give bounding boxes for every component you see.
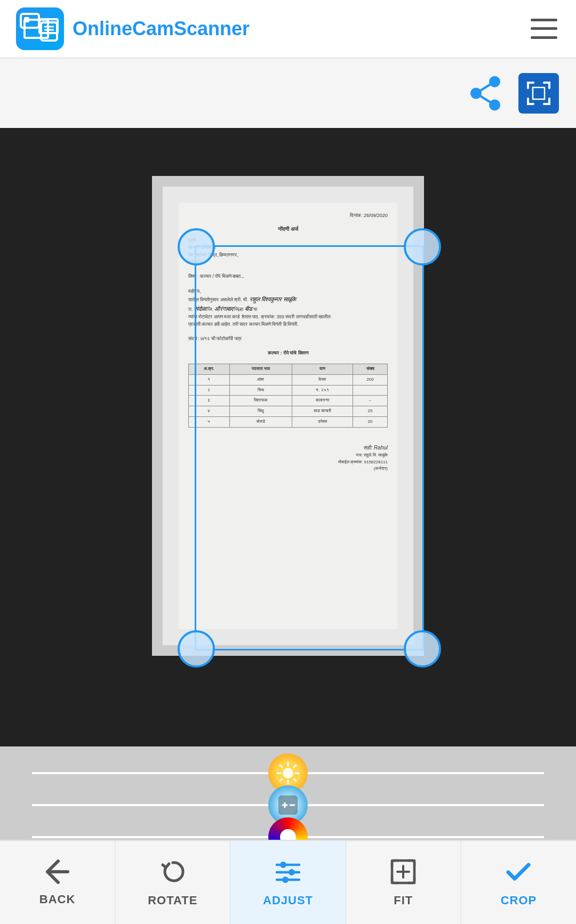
adjust-icon-svg [274,857,302,886]
crop-handle-bottom-right[interactable] [404,630,441,668]
app-header: OnlineCamScanner [0,0,576,59]
hamburger-line-2 [531,27,557,30]
svg-rect-1 [24,17,29,22]
svg-point-27 [280,862,286,868]
sun-icon-svg [276,761,300,785]
svg-rect-2 [41,22,57,41]
fit-icon-svg [389,857,418,886]
fullscreen-icon [518,73,559,114]
canvas-area: दिनांक: 26/09/2020 नोंदणी अर्ज प्रति, प्… [0,128,576,746]
brightness-slider-row [0,757,576,789]
nav-fit[interactable]: FIT [346,841,461,924]
svg-point-31 [282,877,289,883]
svg-line-17 [280,765,282,767]
brightness-slider-track[interactable] [32,772,544,774]
crop-handle-bottom-left[interactable] [178,630,215,668]
nav-adjust[interactable]: ADJUST [230,841,346,924]
share-button[interactable] [464,72,507,115]
crop-check-icon-svg [504,857,533,886]
doc-salutation: प्रति, [188,237,388,245]
fullscreen-button[interactable] [517,72,560,115]
nav-rotate[interactable]: ROTATE [115,841,230,924]
exposure-icon-svg [276,793,300,817]
nav-fit-label: FIT [394,894,413,907]
svg-line-10 [476,93,495,105]
svg-line-19 [294,765,296,767]
svg-line-18 [294,779,296,781]
nav-crop[interactable]: CROP [461,841,576,924]
rotate-icon-svg [158,857,187,886]
menu-button[interactable] [528,15,560,42]
nav-back[interactable]: BACK [0,841,115,924]
nav-crop-label: CROP [501,894,537,907]
doc-title: नोंदणी अर्ज [188,225,388,233]
adjust-icon [274,857,302,889]
logo-area: OnlineCamScanner [16,7,250,50]
doc-date: दिनांक: 26/09/2020 [188,212,388,220]
back-icon-svg [43,858,72,885]
svg-point-12 [283,768,293,778]
rotate-icon [158,857,187,889]
svg-line-20 [280,779,282,781]
svg-rect-0 [21,14,39,28]
bottom-navigation: BACK ROTATE ADJUST [0,840,576,924]
hamburger-line-3 [531,36,557,39]
nav-rotate-label: ROTATE [148,894,197,907]
logo-svg [19,10,61,48]
back-arrow-icon [43,858,72,888]
fullscreen-svg [525,80,552,107]
app-logo-icon [16,7,64,50]
color-slider-track[interactable] [32,836,544,838]
svg-line-9 [476,82,495,93]
crop-overlay[interactable] [195,245,424,650]
toolbar [0,59,576,128]
exposure-slider-row [0,789,576,821]
nav-back-label: BACK [39,893,76,906]
share-icon [467,75,504,112]
document-paper: दिनांक: 26/09/2020 नोंदणी अर्ज प्रति, प्… [163,187,413,645]
svg-rect-11 [533,87,545,99]
crop-handle-top-left[interactable] [178,228,215,266]
crop-check-icon [504,857,533,889]
crop-handle-top-right[interactable] [404,228,441,266]
nav-adjust-label: ADJUST [263,894,313,907]
svg-point-29 [289,869,295,875]
hamburger-line-1 [531,19,557,21]
fit-icon [389,857,418,889]
exposure-slider-track[interactable] [32,804,544,806]
app-name: OnlineCamScanner [73,18,250,40]
document-container: दिनांक: 26/09/2020 नोंदणी अर्ज प्रति, प्… [152,176,424,656]
